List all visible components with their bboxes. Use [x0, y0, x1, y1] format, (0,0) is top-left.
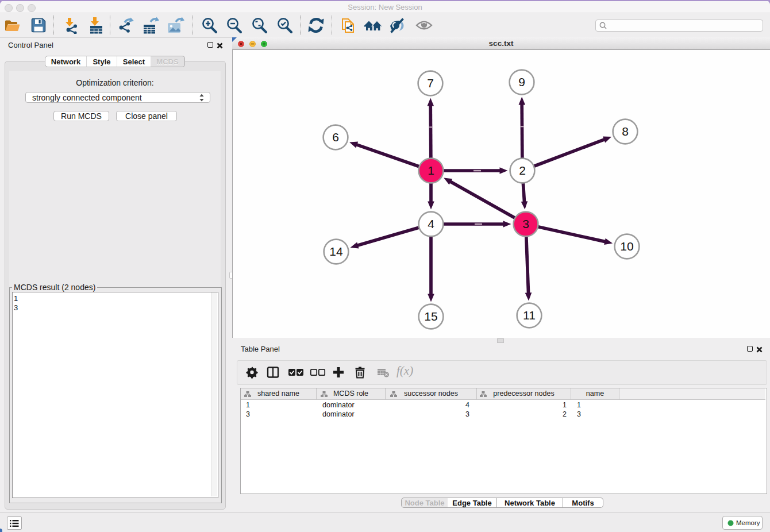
svg-text:9: 9 — [518, 75, 525, 88]
svg-text:15: 15 — [424, 310, 437, 323]
svg-text:8: 8 — [622, 125, 629, 138]
svg-text:4: 4 — [428, 217, 434, 230]
svg-text:10: 10 — [620, 240, 633, 253]
svg-text:1: 1 — [428, 164, 434, 177]
svg-text:7: 7 — [427, 76, 434, 90]
svg-text:14: 14 — [329, 245, 343, 258]
svg-text:3: 3 — [522, 217, 529, 230]
svg-text:6: 6 — [332, 130, 339, 144]
svg-text:2: 2 — [519, 164, 526, 177]
svg-text:11: 11 — [523, 309, 536, 322]
